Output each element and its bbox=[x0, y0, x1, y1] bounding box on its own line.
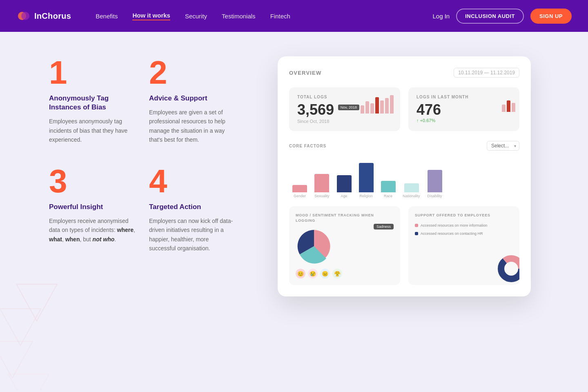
last-month-chart bbox=[502, 96, 515, 112]
core-factors-header: CORE FACTORS Select... bbox=[289, 141, 519, 151]
step-3-what: what bbox=[49, 236, 62, 243]
mood-tooltip: Sadness bbox=[374, 224, 394, 229]
core-factors-select[interactable]: Select... bbox=[487, 141, 519, 151]
active-bar bbox=[375, 97, 379, 114]
step-1-number: 1 bbox=[49, 56, 137, 89]
total-logs-sub: Since Oct, 2018 bbox=[297, 119, 392, 124]
bar-gender: Gender bbox=[292, 185, 307, 198]
stats-row: TOTAL LOGS 3,569 Since Oct, 2018 Nov, 20… bbox=[289, 87, 519, 131]
pie-container: Sadness bbox=[296, 228, 394, 265]
navigation: InChorus Benefits How it works Security … bbox=[0, 0, 588, 32]
step-4-number: 4 bbox=[149, 165, 237, 198]
step-3-where: where bbox=[117, 227, 134, 233]
nav-link-testimonials[interactable]: Testimonials bbox=[222, 13, 256, 20]
nav-link-fintech[interactable]: Fintech bbox=[270, 13, 290, 20]
step-2-desc: Employees are given a set of professiona… bbox=[149, 108, 237, 145]
step-3-number: 3 bbox=[49, 165, 137, 198]
select-wrapper: Select... bbox=[487, 141, 519, 151]
step-3: 3 Powerful Insight Employers receive ano… bbox=[49, 165, 149, 274]
right-panel: OVERVIEW 10.11.2019 — 11.12.2019 TOTAL L… bbox=[270, 32, 588, 392]
support-donut-chart bbox=[497, 254, 519, 283]
legend-label-1: Accessed resources on more information bbox=[421, 223, 488, 228]
last-month-change: ↑ +0.67% bbox=[416, 118, 511, 123]
legend-dot-2 bbox=[415, 232, 418, 235]
last-month-card: LOGS IN LAST MONTH 476 ↑ +0.67% bbox=[408, 87, 519, 131]
step-2-number: 2 bbox=[149, 56, 237, 89]
bar-age: Age bbox=[337, 175, 352, 198]
svg-marker-5 bbox=[8, 374, 49, 390]
left-panel: 1 Anonymously Tag Instances of Bias Empl… bbox=[0, 32, 270, 392]
step-1-title: Anonymously Tag Instances of Bias bbox=[49, 94, 137, 112]
steps-grid: 1 Anonymously Tag Instances of Bias Empl… bbox=[49, 56, 249, 273]
core-factors-section: CORE FACTORS Select... Gender bbox=[289, 141, 519, 198]
step-3-desc: Employers receive anonymised data on typ… bbox=[49, 216, 137, 244]
mood-icons: 😊 😢 😐 😤 bbox=[296, 269, 394, 278]
core-factors-label: CORE FACTORS bbox=[289, 144, 326, 148]
dashboard-title: OVERVIEW bbox=[289, 70, 321, 76]
nav-link-security[interactable]: Security bbox=[185, 13, 207, 20]
step-2-title: Advice & Support bbox=[149, 94, 237, 103]
mood-icon-4: 😤 bbox=[332, 269, 342, 278]
total-logs-card: TOTAL LOGS 3,569 Since Oct, 2018 Nov, 20… bbox=[289, 87, 400, 131]
step-4-title: Targeted Action bbox=[149, 203, 237, 212]
step-3-title: Powerful Insight bbox=[49, 203, 137, 212]
support-section: SUPPORT OFFERED TO EMPLOYEES Accessed re… bbox=[408, 206, 519, 285]
bottom-row: MOOD / SENTIMENT TRACKING WHEN LOGGING S… bbox=[289, 206, 519, 285]
dashboard-header: OVERVIEW 10.11.2019 — 11.12.2019 bbox=[289, 68, 519, 78]
bar-disability: Disability bbox=[428, 170, 442, 198]
step-3-when: when bbox=[65, 236, 80, 243]
signup-button[interactable]: SIGN UP bbox=[530, 9, 572, 24]
inclusion-audit-button[interactable]: INCLUSION AUDIT bbox=[456, 9, 524, 24]
total-logs-chart: Nov, 2018 bbox=[359, 93, 394, 114]
bar-nationality: Nationality bbox=[403, 183, 420, 198]
triangle-decoration bbox=[0, 260, 82, 392]
logo-text: InChorus bbox=[34, 11, 71, 21]
svg-marker-4 bbox=[0, 341, 33, 378]
mood-section: MOOD / SENTIMENT TRACKING WHEN LOGGING S… bbox=[289, 206, 400, 285]
legend-item-2: Accessed resources on contacting HR bbox=[415, 231, 513, 236]
mood-label: MOOD / SENTIMENT TRACKING WHEN LOGGING bbox=[296, 213, 394, 223]
last-month-label: LOGS IN LAST MONTH bbox=[416, 95, 511, 99]
mood-pie-chart bbox=[296, 228, 332, 265]
bar-sexuality: Sexuality bbox=[314, 174, 330, 198]
step-1-desc: Employees anonymously tag incidents of b… bbox=[49, 117, 137, 144]
step-2: 2 Advice & Support Employees are given a… bbox=[149, 56, 249, 165]
legend-label-2: Accessed resources on contacting HR bbox=[421, 231, 483, 236]
chart-tooltip: Nov, 2018 bbox=[338, 105, 359, 110]
core-factors-chart: Gender Sexuality Age Religion bbox=[289, 157, 519, 198]
mood-icon-1: 😊 bbox=[296, 269, 305, 278]
support-legend: Accessed resources on more information A… bbox=[415, 223, 513, 236]
svg-marker-3 bbox=[0, 309, 41, 345]
legend-item-1: Accessed resources on more information bbox=[415, 223, 513, 228]
bar-race: Race bbox=[381, 181, 396, 198]
bar-religion: Religion bbox=[359, 163, 374, 198]
last-month-value: 476 bbox=[416, 102, 511, 117]
step-3-not-who: not who bbox=[93, 236, 115, 243]
dashboard-date: 10.11.2019 — 11.12.2019 bbox=[454, 68, 519, 78]
mood-icon-3: 😐 bbox=[320, 269, 330, 278]
mood-icon-2: 😢 bbox=[308, 269, 318, 278]
main-content: 1 Anonymously Tag Instances of Bias Empl… bbox=[0, 32, 588, 392]
logo[interactable]: InChorus bbox=[16, 9, 71, 23]
step-4-desc: Employers can now kick off data-driven i… bbox=[149, 216, 237, 253]
nav-link-how-it-works[interactable]: How it works bbox=[132, 12, 170, 20]
nav-link-benefits[interactable]: Benefits bbox=[96, 13, 118, 20]
login-link[interactable]: Log In bbox=[432, 13, 450, 20]
svg-point-1 bbox=[21, 12, 29, 20]
nav-links: Benefits How it works Security Testimoni… bbox=[96, 12, 432, 20]
step-1: 1 Anonymously Tag Instances of Bias Empl… bbox=[49, 56, 149, 165]
dashboard-card: OVERVIEW 10.11.2019 — 11.12.2019 TOTAL L… bbox=[278, 56, 531, 296]
support-label: SUPPORT OFFERED TO EMPLOYEES bbox=[415, 213, 513, 218]
legend-dot-1 bbox=[415, 224, 418, 227]
nav-right: Log In INCLUSION AUDIT SIGN UP bbox=[432, 9, 572, 24]
logo-icon bbox=[16, 9, 31, 23]
step-4: 4 Targeted Action Employers can now kick… bbox=[149, 165, 249, 274]
